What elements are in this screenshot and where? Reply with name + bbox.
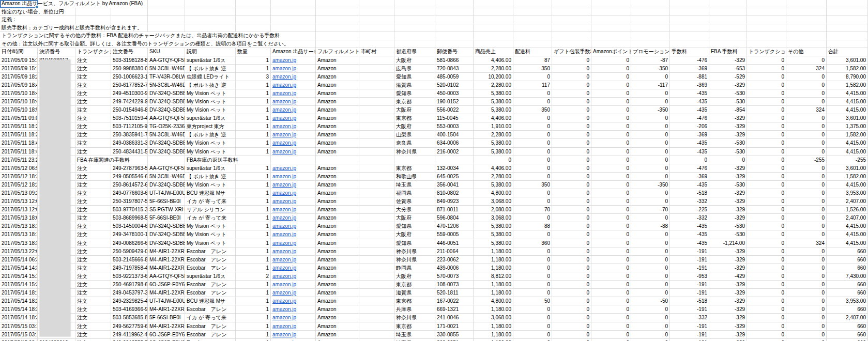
column-header-sales[interactable]: 商品売上 — [474, 48, 513, 56]
cell-fulfillment[interactable] — [316, 0, 359, 8]
cell-city[interactable] — [359, 272, 394, 280]
cell-total[interactable]: 660 — [827, 289, 868, 297]
cell-city[interactable] — [359, 197, 394, 205]
cell-order[interactable]: 249-9912555-783 — [111, 339, 148, 341]
cell-gift[interactable]: 0 — [552, 148, 591, 156]
cell-points[interactable]: 0 — [591, 222, 631, 230]
amazon-link[interactable]: amazon.jp — [272, 315, 296, 320]
column-header-total[interactable]: 合計 — [827, 48, 868, 56]
cell-fee[interactable] — [670, 16, 709, 24]
cell-fba[interactable]: -530 — [709, 222, 747, 230]
cell-order[interactable]: 249-0086266-605 — [111, 239, 148, 247]
cell-desc[interactable]: My Vision ペット — [185, 106, 236, 114]
cell-desc[interactable]: 【 ボルト抜き 逆 — [185, 131, 236, 138]
cell-total[interactable]: 660 — [827, 331, 868, 338]
cell-promo[interactable] — [631, 32, 670, 40]
cell-gift[interactable] — [552, 0, 591, 8]
fill-handle[interactable] — [35, 5, 39, 9]
cell-fulfillment[interactable]: Amazon — [316, 297, 359, 305]
cell-shipping[interactable]: 117 — [513, 81, 552, 89]
cell-total[interactable]: 4,415.00 — [827, 148, 868, 156]
cell-postal[interactable]: 810-0802 — [435, 189, 474, 197]
cell-city[interactable] — [359, 222, 394, 230]
cell-points[interactable]: 0 — [591, 148, 631, 156]
cell-desc[interactable]: Escobar アレン — [185, 289, 236, 297]
amazon-link[interactable]: amazon.jp — [272, 240, 296, 246]
cell-promo[interactable]: 0 — [631, 197, 670, 205]
cell-shipping[interactable]: 87 — [513, 56, 552, 64]
cell-fulfillment[interactable]: Amazon — [316, 106, 359, 114]
cell-city[interactable] — [359, 214, 394, 222]
cell-postal[interactable] — [435, 0, 474, 8]
cell-postal[interactable]: 356-0041 — [435, 181, 474, 189]
cell-promo[interactable]: 0 — [631, 264, 670, 272]
cell-desc[interactable]: FBA在庫の返送手数料 — [185, 156, 236, 164]
column-header-channel[interactable]: Amazon 出品サービス — [271, 48, 316, 56]
cell-payment[interactable]: 8104938912 — [38, 339, 75, 341]
cell-total[interactable]: 4,415.00 — [827, 139, 868, 147]
cell-type[interactable]: FBA 在庫関連の手数料 — [75, 156, 111, 164]
cell-txn_other[interactable]: 0 — [747, 189, 786, 197]
cell-total[interactable]: 3,953.00 — [827, 297, 868, 305]
cell-fulfillment[interactable] — [316, 32, 359, 40]
cell-txn_other[interactable]: 0 — [747, 314, 786, 321]
amazon-link[interactable]: amazon.jp — [272, 115, 296, 121]
cell-gift[interactable]: 0 — [552, 239, 591, 247]
cell-sales[interactable]: 3,068.00 — [474, 314, 513, 321]
cell-fee[interactable]: -435 — [670, 181, 709, 189]
cell-sku[interactable]: 5N-3C8L-W46D — [148, 131, 185, 138]
cell-other[interactable]: 0 — [786, 173, 827, 180]
cell-type[interactable]: 注文 — [75, 214, 111, 222]
cell-total[interactable]: 4,415.00 — [827, 98, 868, 105]
cell-gift[interactable]: 0 — [552, 81, 591, 89]
cell-postal[interactable]: 720-0843 — [435, 65, 474, 72]
cell-txn_other[interactable]: 0 — [747, 197, 786, 205]
cell-city[interactable] — [359, 247, 394, 255]
cell-pref[interactable]: 大阪府 — [394, 214, 435, 222]
cell-channel[interactable]: amazon.jp — [271, 314, 316, 321]
cell-desc[interactable]: Escobar アレン — [185, 331, 236, 338]
cell-fulfillment[interactable]: Amazon — [316, 89, 359, 97]
cell-date[interactable]: 2017/05/13 12:00 — [0, 197, 38, 205]
cell-qty[interactable] — [236, 16, 271, 24]
cell-shipping[interactable]: 0 — [513, 114, 552, 122]
amazon-link[interactable]: amazon.jp — [272, 306, 296, 312]
cell-sku[interactable]: M4-AIR1-22XR — [148, 264, 185, 272]
cell-other[interactable]: 0 — [786, 98, 827, 105]
cell-fba[interactable]: -329 — [709, 189, 747, 197]
cell-date[interactable]: トランザクションに関するその他の手数料：FBA 配送料のチャージバックまたは、出… — [0, 32, 38, 40]
cell-total[interactable] — [827, 16, 868, 24]
cell-order[interactable]: 250-4691798-683 — [111, 281, 148, 288]
cell-qty[interactable]: 1 — [236, 98, 271, 105]
cell-date[interactable]: 2017/05/12 06:52 — [0, 164, 38, 172]
cell-desc[interactable]: Escobar アレン — [185, 247, 236, 255]
cell-city[interactable] — [359, 314, 394, 321]
cell-qty[interactable]: 1 — [236, 139, 271, 147]
cell-other[interactable] — [786, 24, 827, 32]
cell-order[interactable]: 250-3835941-755 — [111, 131, 148, 138]
cell-channel[interactable]: amazon.jp — [271, 73, 316, 81]
cell-order[interactable]: 503-5853685-803 — [111, 314, 148, 321]
cell-sales[interactable] — [474, 32, 513, 40]
cell-channel[interactable]: amazon.jp — [271, 148, 316, 156]
cell-sku[interactable]: M4-AIR1-22XR — [148, 289, 185, 297]
cell-desc[interactable]: My Vision ペット — [185, 230, 236, 238]
cell-sales[interactable]: 4,406.00 — [474, 164, 513, 172]
cell-date[interactable]: 2017/05/09 15:12 — [0, 56, 38, 64]
cell-gift[interactable]: 0 — [552, 339, 591, 341]
cell-order[interactable]: 250-0154946-865 — [111, 106, 148, 114]
cell-sku[interactable]: 5N-3C8L-W46D — [148, 81, 185, 89]
cell-channel[interactable]: amazon.jp — [271, 222, 316, 230]
cell-total[interactable] — [827, 40, 868, 48]
cell-date[interactable]: 2017/05/11 18:41 — [0, 139, 38, 147]
cell-fba[interactable]: -329 — [709, 305, 747, 313]
cell-shipping[interactable]: 0 — [513, 322, 552, 330]
cell-total[interactable]: 660 — [827, 247, 868, 255]
cell-promo[interactable] — [631, 16, 670, 24]
cell-order[interactable]: 250-3197807-515 — [111, 197, 148, 205]
cell-type[interactable]: 注文 — [75, 314, 111, 321]
cell-points[interactable]: 0 — [591, 214, 631, 222]
cell-fulfillment[interactable]: Amazon — [316, 148, 359, 156]
cell-gift[interactable] — [552, 40, 591, 48]
cell-fee[interactable]: -369 — [670, 173, 709, 180]
